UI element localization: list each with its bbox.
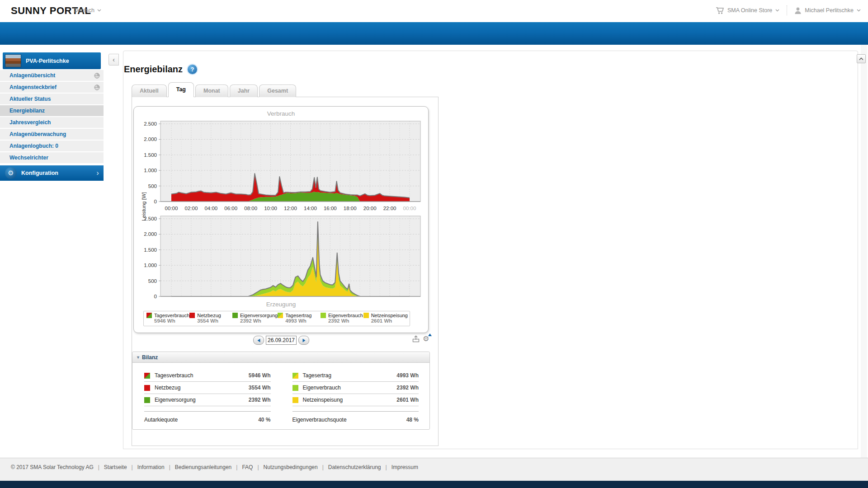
sidebar-item-anlagenlogbuch-0[interactable]: Anlagenlogbuch: 0 [0, 141, 104, 152]
plant-thumbnail [5, 54, 21, 67]
quote-label: Autarkiequote [144, 417, 254, 423]
tab-gesamt[interactable]: Gesamt [259, 84, 296, 97]
sidebar-item-anlagenüberwachung[interactable]: Anlagenüberwachung [0, 129, 104, 141]
footer-link-startseite[interactable]: Startseite [104, 464, 127, 470]
bilanz-row: Netzeinspeisung2601 Wh [292, 394, 419, 406]
legend-value: 3554 Wh [197, 318, 232, 324]
sidebar-item-label: Anlagenlogbuch: 0 [9, 143, 58, 149]
bilanz-label: Eigenversorgung [155, 397, 244, 403]
legend-swatch [146, 313, 152, 318]
bilanz-row: Eigenversorgung2392 Wh [144, 394, 271, 406]
tab-aktuell[interactable]: Aktuell [132, 84, 167, 97]
sidebar: PVA-Perlitschke AnlagenübersichtAnlagens… [0, 45, 104, 458]
export-icon[interactable] [412, 335, 420, 343]
scroll-top-button[interactable] [857, 54, 866, 63]
blue-banner [0, 22, 868, 45]
tab-monat[interactable]: Monat [195, 84, 228, 97]
help-icon[interactable]: ? [188, 65, 197, 74]
sidebar-item-anlagenübersicht[interactable]: Anlagenübersicht [0, 70, 104, 82]
svg-text:2.000: 2.000 [144, 136, 157, 142]
date-input[interactable] [266, 336, 297, 345]
next-day-button[interactable] [298, 336, 309, 345]
sidebar-item-anlagensteckbrief[interactable]: Anlagensteckbrief [0, 82, 104, 94]
footer: © 2017 SMA Solar Technology AG|Startseit… [0, 458, 868, 481]
svg-text:04:00: 04:00 [204, 206, 217, 211]
config-label: Konfiguration [21, 170, 96, 176]
store-menu[interactable]: SMA Online Store [716, 7, 779, 14]
legend-value: 2601 Wh [371, 318, 408, 324]
bilanz-swatch [292, 385, 298, 391]
language-select[interactable]: Deutsch [74, 7, 101, 14]
bilanz-row: Tagesertrag4993 Wh [292, 370, 419, 382]
svg-text:2.000: 2.000 [144, 231, 157, 237]
sidebar-item-label: Anlagenübersicht [9, 72, 55, 79]
footer-link-information[interactable]: Information [137, 464, 165, 470]
scrollbar-track[interactable] [861, 45, 867, 458]
footer-separator: | [169, 464, 170, 470]
legend-swatch [321, 313, 326, 318]
legend-value: 2392 Wh [240, 318, 278, 324]
legend-value: 2392 Wh [328, 318, 363, 324]
globe-icon [94, 84, 100, 90]
legend-swatch [363, 313, 369, 318]
consumption-chart-title: Verbrauch [134, 110, 428, 117]
sidebar-menu: AnlagenübersichtAnlagensteckbriefAktuell… [0, 70, 104, 164]
user-menu[interactable]: Michael Perlitschke [794, 7, 861, 14]
blue-arrow-icon [428, 333, 432, 336]
svg-text:1.000: 1.000 [144, 168, 157, 173]
cart-icon [716, 7, 724, 14]
chevron-down-icon [857, 9, 861, 12]
tab-tag[interactable]: Tag [168, 82, 194, 97]
chart-box: Verbrauch 05001.0001.5002.0002.50000:000… [133, 106, 429, 333]
svg-text:08:00: 08:00 [244, 206, 257, 211]
chart-legend: Tagesverbrauch5946 WhNetzbezug3554 WhEig… [143, 311, 410, 326]
sidebar-item-label: Jahresvergleich [9, 119, 51, 126]
svg-text:02:00: 02:00 [185, 206, 198, 211]
user-icon [794, 7, 802, 14]
tab-bar: AktuellTagMonatJahrGesamt [132, 82, 296, 97]
header-right: SMA Online Store Michael Perlitschke [716, 5, 861, 15]
footer-link-nutzungsbedingungen[interactable]: Nutzungsbedingungen [264, 464, 318, 470]
legend-label: Tagesverbrauch [154, 313, 189, 318]
svg-text:22:00: 22:00 [383, 206, 396, 211]
svg-text:0: 0 [154, 294, 157, 299]
globe-icon [94, 73, 100, 79]
bilanz-value: 2601 Wh [396, 397, 419, 403]
svg-text:00:00: 00:00 [165, 206, 178, 211]
tab-jahr[interactable]: Jahr [230, 84, 258, 97]
legend-swatch [189, 313, 195, 318]
bilanz-col-right: Tagesertrag4993 WhEigenverbrauch2392 WhN… [292, 370, 419, 423]
bilanz-value: 3554 Wh [249, 385, 271, 391]
bilanz-panel: ▾ Bilanz Tagesverbrauch5946 WhNetzbezug3… [132, 352, 430, 430]
bilanz-value: 2392 Wh [396, 385, 419, 391]
sidebar-item-energiebilanz[interactable]: Energiebilanz [0, 105, 104, 117]
chart-settings-icon[interactable]: ⚙ [423, 335, 431, 343]
footer-link-bedienungsanleitungen[interactable]: Bedienungsanleitungen [175, 464, 231, 470]
quote-value: 48 % [406, 417, 419, 423]
collapse-panel-button[interactable]: ‹ [108, 54, 119, 66]
footer-links: © 2017 SMA Solar Technology AG|Startseit… [0, 458, 868, 470]
footer-copyright: © 2017 SMA Solar Technology AG [11, 464, 94, 470]
footer-separator: | [257, 464, 259, 470]
arrow-right-icon [302, 338, 306, 343]
footer-link-impressum[interactable]: Impressum [392, 464, 418, 470]
sidebar-item-jahresvergleich[interactable]: Jahresvergleich [0, 117, 104, 129]
bilanz-row: Tagesverbrauch5946 Wh [144, 370, 271, 382]
svg-text:00:00: 00:00 [403, 206, 416, 211]
consumption-chart: 05001.0001.5002.0002.50000:0002:0004:000… [134, 117, 429, 214]
footer-link-datenschutzerklärung[interactable]: Datenschutzerklärung [328, 464, 381, 470]
legend-swatch [278, 313, 283, 318]
sidebar-item-wechselrichter[interactable]: Wechselrichter [0, 152, 104, 164]
sidebar-item-konfiguration[interactable]: ⚙ Konfiguration › [0, 165, 104, 181]
prev-day-button[interactable] [253, 336, 264, 345]
legend-swatch [232, 313, 238, 318]
plant-header[interactable]: PVA-Perlitschke [3, 52, 101, 69]
footer-link-faq[interactable]: FAQ [242, 464, 253, 470]
sidebar-item-aktueller-status[interactable]: Aktueller Status [0, 94, 104, 105]
quote-row: Eigenverbrauchsquote48 % [292, 411, 419, 423]
chevron-down-icon [97, 9, 101, 12]
bilanz-header[interactable]: ▾ Bilanz [132, 352, 429, 363]
svg-text:10:00: 10:00 [264, 206, 277, 211]
bilanz-label: Netzeinspeisung [303, 397, 392, 403]
svg-text:20:00: 20:00 [363, 206, 377, 211]
